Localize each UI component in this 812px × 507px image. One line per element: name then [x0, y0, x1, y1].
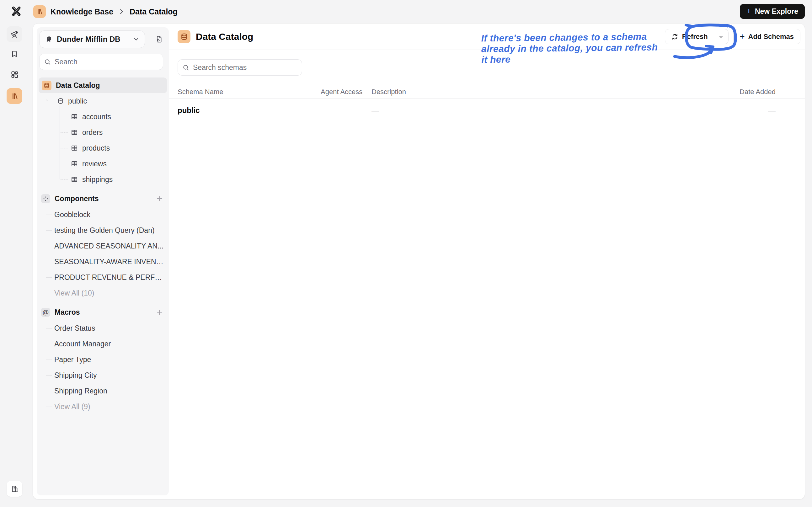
macros-list: Order Status Account Manager Paper Type …: [37, 320, 169, 414]
schema-icon: [57, 97, 64, 105]
organization-icon[interactable]: [7, 481, 22, 497]
date-added-cell: —: [713, 106, 775, 115]
add-component-icon[interactable]: +: [157, 193, 163, 204]
table-icon: [71, 129, 78, 136]
plus-icon: +: [746, 7, 751, 15]
col-agent-access: Agent Access: [321, 88, 371, 96]
search-icon: [44, 58, 51, 66]
bookmark-icon[interactable]: [7, 46, 22, 62]
dashboards-icon[interactable]: [7, 66, 22, 82]
topbar: Knowledge Base Data Catalog + New Explor…: [0, 0, 812, 23]
component-item[interactable]: testing the Golden Query (Dan): [37, 222, 169, 238]
table-label: orders: [82, 128, 103, 137]
table-label: accounts: [82, 113, 111, 121]
tree-connector: [46, 91, 54, 101]
add-macro-icon[interactable]: +: [157, 307, 163, 317]
macro-item[interactable]: Shipping City: [37, 368, 169, 383]
table-icon: [71, 160, 78, 168]
file-history-icon[interactable]: [153, 33, 166, 46]
new-explore-button[interactable]: + New Explore: [740, 4, 805, 19]
sidebar-item-data-catalog[interactable]: Data Catalog: [39, 77, 167, 93]
postgres-elephant-icon: [45, 35, 53, 43]
macro-item[interactable]: Shipping Region: [37, 383, 169, 399]
macro-item[interactable]: Order Status: [37, 320, 169, 336]
page-title: Data Catalog: [196, 32, 253, 42]
knowledge-base-rail-icon[interactable]: [7, 88, 22, 104]
new-explore-label: New Explore: [755, 7, 798, 16]
description-cell: —: [371, 106, 713, 115]
schema-label: public: [68, 97, 87, 105]
plus-icon: +: [740, 32, 745, 42]
table-label: shippings: [82, 175, 113, 184]
schema-search-input[interactable]: [193, 63, 297, 72]
knowledge-base-icon: [33, 5, 46, 18]
table-icon: [71, 113, 78, 120]
schema-search[interactable]: [178, 59, 302, 75]
chevron-down-icon: [133, 36, 139, 43]
macros-view-all[interactable]: View All (9): [37, 399, 169, 414]
database-icon: [42, 80, 51, 90]
component-item[interactable]: SEASONALITY-AWARE INVENT...: [37, 254, 169, 270]
refresh-split-button: Refresh: [665, 29, 729, 44]
breadcrumb-section[interactable]: Knowledge Base: [51, 7, 113, 16]
components-icon: [41, 194, 50, 203]
telescope-icon[interactable]: [7, 26, 22, 42]
table-icon: [71, 144, 78, 152]
refresh-label: Refresh: [682, 33, 708, 41]
sidebar-search-input[interactable]: [55, 58, 159, 66]
component-item[interactable]: ADVANCED SEASONALITY AN...: [37, 238, 169, 254]
sidebar-item-table[interactable]: products: [37, 140, 169, 156]
refresh-button[interactable]: Refresh: [665, 29, 714, 44]
refresh-icon: [671, 33, 679, 41]
macro-item[interactable]: Account Manager: [37, 336, 169, 352]
sidebar-item-schema-public[interactable]: public: [37, 93, 169, 109]
database-selector-label: Dunder Mifflin DB: [57, 35, 120, 44]
database-selector[interactable]: Dunder Mifflin DB: [39, 31, 145, 48]
sidebar-item-table[interactable]: orders: [37, 124, 169, 140]
refresh-menu-chevron-icon[interactable]: [714, 29, 728, 44]
schema-tables-group: accounts orders products reviews shippin…: [37, 109, 169, 187]
breadcrumb: Knowledge Base Data Catalog: [33, 0, 178, 23]
components-label: Components: [55, 194, 99, 203]
chevron-right-icon: [118, 8, 125, 15]
sidebar-item-table[interactable]: accounts: [37, 109, 169, 124]
components-list: Gooblelock testing the Golden Query (Dan…: [37, 207, 169, 301]
col-date-added: Date Added: [713, 88, 775, 96]
sidebar: Dunder Mifflin DB: [37, 27, 169, 495]
breadcrumb-current: Data Catalog: [130, 7, 178, 16]
table-header: Schema Name Agent Access Description Dat…: [169, 85, 805, 99]
sidebar-search[interactable]: [39, 54, 163, 70]
add-schemas-label: Add Schemas: [748, 33, 794, 41]
col-description: Description: [371, 88, 713, 96]
left-rail: [0, 23, 30, 507]
components-view-all[interactable]: View All (10): [37, 285, 169, 301]
macros-label: Macros: [55, 308, 80, 317]
main-panel: Data Catalog Refresh +: [169, 23, 805, 499]
schema-name-cell: public: [178, 106, 321, 115]
main-header: Data Catalog Refresh +: [169, 23, 805, 50]
sidebar-item-table[interactable]: reviews: [37, 156, 169, 172]
col-schema-name: Schema Name: [178, 88, 321, 96]
data-catalog-icon: [178, 30, 190, 43]
table-row[interactable]: public — —: [169, 99, 805, 122]
table-label: products: [82, 144, 110, 153]
app-logo-icon[interactable]: [9, 4, 23, 18]
table-label: reviews: [82, 160, 107, 168]
search-icon: [182, 64, 189, 71]
table-icon: [71, 176, 78, 183]
sidebar-item-label: Data Catalog: [56, 81, 100, 90]
components-section-header[interactable]: Components +: [37, 190, 169, 207]
macro-item[interactable]: Paper Type: [37, 352, 169, 368]
content-card: Dunder Mifflin DB: [33, 23, 805, 500]
component-item[interactable]: Gooblelock: [37, 207, 169, 222]
component-item[interactable]: PRODUCT REVENUE & PERFOR...: [37, 270, 169, 285]
add-schemas-button[interactable]: + Add Schemas: [733, 29, 800, 44]
sidebar-item-table[interactable]: shippings: [37, 172, 169, 187]
macros-section-header[interactable]: @ Macros +: [37, 304, 169, 320]
macros-icon: @: [41, 308, 50, 317]
toggle-knob: [321, 107, 329, 115]
